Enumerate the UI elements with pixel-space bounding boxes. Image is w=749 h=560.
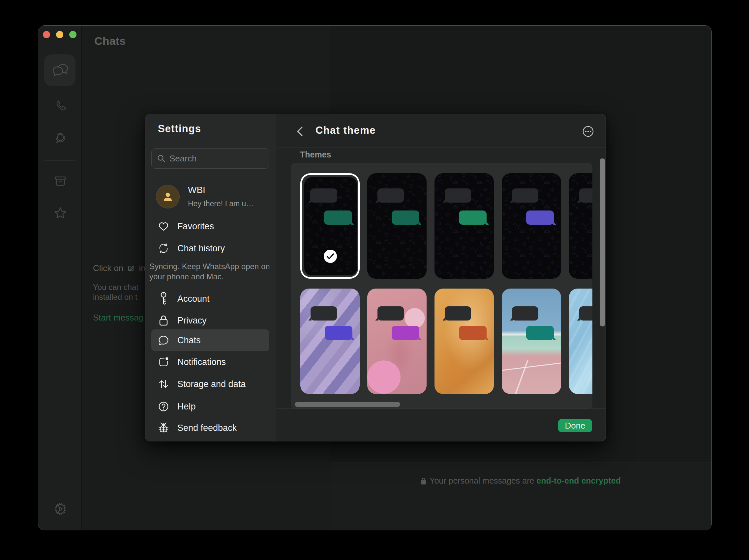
- settings-item-label: Send feedback: [177, 423, 237, 433]
- settings-item-label: Favorites: [177, 221, 214, 231]
- settings-item-send-feedback[interactable]: Send feedback: [151, 417, 269, 439]
- settings-modal: Settings Search WBI Hey there! I am u… F…: [145, 114, 606, 442]
- key-icon: [158, 292, 169, 305]
- sync-icon: [158, 242, 169, 255]
- new-chat-icon: [128, 265, 134, 271]
- profile-name[interactable]: WBI: [188, 185, 206, 195]
- outgoing-bubble-preview: [459, 326, 487, 340]
- settings-item-chats[interactable]: Chats: [151, 330, 269, 351]
- question-icon: [158, 400, 169, 413]
- theme-card-dark-doodle-2[interactable]: [367, 173, 427, 279]
- phone-icon[interactable]: [38, 99, 82, 111]
- empty-state-body: You can chat installed on t: [93, 282, 145, 302]
- arrows-up-down-icon: [158, 378, 169, 391]
- search-placeholder: Search: [169, 154, 196, 164]
- traffic-light-zoom[interactable]: [69, 31, 77, 38]
- settings-item-notifications[interactable]: Notifications: [151, 351, 269, 373]
- incoming-bubble-preview: [445, 306, 471, 320]
- lock-icon: [158, 314, 169, 327]
- settings-item-privacy[interactable]: Privacy: [151, 310, 269, 331]
- avatar[interactable]: [156, 185, 180, 208]
- settings-item-label: Privacy: [177, 316, 207, 326]
- chat-theme-title: Chat theme: [316, 125, 376, 136]
- incoming-bubble-preview: [512, 306, 538, 320]
- sidebar: [38, 26, 82, 530]
- settings-item-chat-history[interactable]: Chat history: [151, 238, 269, 259]
- theme-card-dark-doodle-4[interactable]: [502, 173, 561, 279]
- empty-body-line1: You can chat: [93, 283, 138, 292]
- traffic-light-close[interactable]: [43, 31, 50, 38]
- empty-title-text: Click on: [93, 263, 123, 273]
- gear-icon[interactable]: [38, 502, 82, 516]
- profile-status: Hey there! I am u…: [188, 199, 254, 208]
- search-icon: [157, 154, 166, 163]
- outgoing-bubble-preview: [459, 210, 487, 225]
- lock-icon: [421, 477, 426, 485]
- incoming-bubble-preview: [579, 306, 593, 320]
- empty-state-divider: [93, 303, 145, 304]
- theme-card-dark-doodle-1[interactable]: [300, 173, 360, 279]
- themes-section-label: Themes: [300, 150, 331, 159]
- theme-card-pink-shore[interactable]: [502, 289, 561, 394]
- settings-item-label: Chat history: [177, 243, 225, 254]
- chats-icon: [38, 63, 82, 77]
- empty-title-suffix: in: [139, 263, 145, 273]
- chat-bubble-icon: [158, 334, 169, 347]
- chat-theme-panel: Chat theme Themes Done: [277, 114, 606, 441]
- theme-card-dark-doodle-5[interactable]: [569, 173, 593, 279]
- settings-item-label: Account: [177, 294, 210, 304]
- settings-item-label: Storage and data: [177, 379, 245, 389]
- themes-grid: [291, 163, 593, 409]
- settings-item-label: Chats: [177, 335, 201, 345]
- settings-panel: Settings Search WBI Hey there! I am u… F…: [145, 114, 277, 441]
- encryption-highlight: end-to-end encrypted: [536, 476, 621, 485]
- more-options-button[interactable]: [582, 126, 594, 137]
- horizontal-scrollbar[interactable]: [295, 402, 400, 407]
- incoming-bubble-preview: [512, 188, 538, 203]
- settings-item-storage-and-data[interactable]: Storage and data: [151, 373, 269, 395]
- settings-item-help[interactable]: Help: [151, 396, 269, 417]
- empty-state-title: Click on in: [93, 263, 145, 273]
- theme-card-holographic[interactable]: [300, 289, 360, 394]
- traffic-light-minimize[interactable]: [56, 31, 63, 38]
- page-title: Chats: [94, 35, 126, 47]
- sidebar-divider: [44, 160, 76, 161]
- incoming-bubble-preview: [310, 188, 337, 203]
- search-input[interactable]: Search: [151, 148, 269, 169]
- conversation-footer: Your personal messages are end-to-end en…: [330, 463, 712, 530]
- encryption-note: Your personal messages are end-to-end en…: [330, 476, 712, 486]
- theme-card-blossom-pink[interactable]: [367, 289, 427, 394]
- settings-item-favorites[interactable]: Favorites: [151, 216, 269, 237]
- incoming-bubble-preview: [378, 188, 404, 203]
- incoming-bubble-preview: [311, 306, 337, 320]
- outgoing-bubble-preview: [325, 326, 353, 340]
- done-button[interactable]: Done: [558, 419, 592, 432]
- outgoing-bubble-preview: [526, 210, 554, 225]
- incoming-bubble-preview: [445, 188, 471, 203]
- theme-card-ice-blue[interactable]: [569, 289, 593, 394]
- settings-item-label: Help: [177, 402, 196, 412]
- vertical-scrollbar[interactable]: [600, 158, 605, 327]
- sync-note: Syncing. Keep WhatsApp open on your phon…: [149, 261, 271, 282]
- selected-check-icon: [324, 250, 337, 263]
- theme-card-amber-flower[interactable]: [434, 289, 494, 394]
- start-messaging-link[interactable]: Start messag: [93, 313, 145, 323]
- settings-item-label: Notifications: [177, 357, 226, 367]
- outgoing-bubble-preview: [324, 210, 352, 225]
- footer-divider: [277, 408, 606, 408]
- empty-body-line2: installed on t: [93, 292, 137, 301]
- theme-card-dark-doodle-3[interactable]: [434, 173, 494, 279]
- settings-item-account[interactable]: Account: [151, 288, 269, 310]
- heart-icon: [158, 220, 169, 233]
- settings-title: Settings: [158, 123, 201, 135]
- outgoing-bubble-preview: [526, 326, 554, 340]
- incoming-bubble-preview: [378, 306, 404, 320]
- bug-icon: [158, 421, 169, 434]
- encryption-text: Your personal messages are: [430, 476, 534, 485]
- status-icon[interactable]: [38, 131, 82, 144]
- outgoing-bubble-preview: [392, 210, 420, 225]
- archive-icon[interactable]: [38, 176, 82, 186]
- star-icon[interactable]: [38, 207, 82, 219]
- back-button[interactable]: [293, 124, 306, 139]
- outgoing-bubble-preview: [392, 326, 420, 340]
